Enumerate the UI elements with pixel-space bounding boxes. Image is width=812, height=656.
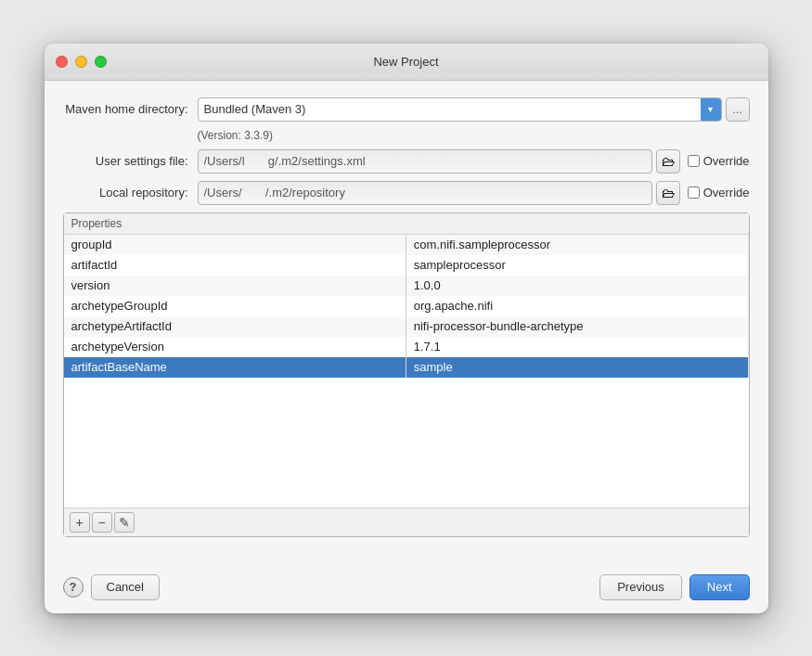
table-row[interactable]: artifactBaseNamesample xyxy=(64,357,749,378)
user-settings-control-group: 🗁 Override xyxy=(198,149,750,174)
properties-section: Properties groupIdcom.nifi.sampleprocess… xyxy=(63,212,750,537)
user-settings-row: User settings file: 🗁 Override xyxy=(63,149,750,174)
property-key: groupId xyxy=(64,235,406,255)
previous-button[interactable]: Previous xyxy=(599,574,682,600)
minimize-button[interactable] xyxy=(75,56,87,68)
bottom-right: Previous Next xyxy=(599,574,749,600)
add-property-button[interactable]: + xyxy=(70,512,90,533)
user-settings-folder-button[interactable]: 🗁 xyxy=(656,149,680,174)
window-title: New Project xyxy=(373,55,438,69)
property-value: 1.7.1 xyxy=(406,337,748,357)
user-settings-override-label[interactable]: Override xyxy=(688,154,750,168)
table-row[interactable]: groupIdcom.nifi.sampleprocessor xyxy=(64,235,749,255)
table-row[interactable]: archetypeGroupIdorg.apache.nifi xyxy=(64,296,749,316)
maven-select[interactable]: Bundled (Maven 3) xyxy=(198,97,722,122)
content-area: Maven home directory: Bundled (Maven 3) … xyxy=(45,81,768,565)
title-bar: New Project xyxy=(45,44,768,81)
table-row[interactable]: archetypeVersion1.7.1 xyxy=(64,337,749,357)
next-button[interactable]: Next xyxy=(690,574,750,600)
properties-empty-area xyxy=(64,378,749,508)
property-key: artifactBaseName xyxy=(64,357,406,378)
table-row[interactable]: archetypeArtifactIdnifi-processor-bundle… xyxy=(64,316,749,337)
maven-dropdown-arrow[interactable] xyxy=(701,98,721,121)
property-value: sample xyxy=(406,357,748,378)
property-value: org.apache.nifi xyxy=(406,296,748,316)
bottom-left: ? Cancel xyxy=(63,574,160,600)
version-text: (Version: 3.3.9) xyxy=(198,129,750,142)
user-settings-override-checkbox[interactable] xyxy=(688,155,700,167)
maven-select-text: Bundled (Maven 3) xyxy=(204,102,701,116)
close-button[interactable] xyxy=(56,56,68,68)
properties-header: Properties xyxy=(64,213,749,235)
maven-control-group: Bundled (Maven 3) ... xyxy=(198,97,750,122)
properties-toolbar: + − ✎ xyxy=(64,508,749,536)
property-key: archetypeVersion xyxy=(64,337,406,357)
property-value: 1.0.0 xyxy=(406,276,748,296)
local-repo-override-label[interactable]: Override xyxy=(688,186,750,199)
table-row[interactable]: version1.0.0 xyxy=(64,276,749,296)
property-value: com.nifi.sampleprocessor xyxy=(406,235,748,255)
property-value: sampleprocessor xyxy=(406,255,748,276)
property-key: archetypeGroupId xyxy=(64,296,406,316)
property-key: version xyxy=(64,276,406,296)
edit-property-button[interactable]: ✎ xyxy=(114,512,135,533)
local-repo-override-checkbox[interactable] xyxy=(688,187,700,199)
local-repo-row: Local repository: 🗁 Override xyxy=(63,181,750,205)
maven-row: Maven home directory: Bundled (Maven 3) … xyxy=(63,97,750,122)
local-repo-label: Local repository: xyxy=(63,186,198,199)
properties-table: groupIdcom.nifi.sampleprocessorartifactI… xyxy=(64,235,749,378)
local-repo-folder-button[interactable]: 🗁 xyxy=(656,181,680,205)
local-repo-input[interactable] xyxy=(198,181,652,205)
remove-property-button[interactable]: − xyxy=(92,512,112,533)
user-settings-label: User settings file: xyxy=(63,154,198,168)
local-repo-control-group: 🗁 Override xyxy=(198,181,750,205)
property-key: archetypeArtifactId xyxy=(64,316,406,337)
user-settings-input[interactable] xyxy=(198,149,652,174)
main-window: New Project Maven home directory: Bundle… xyxy=(45,44,768,613)
table-row[interactable]: artifactIdsampleprocessor xyxy=(64,255,749,276)
cancel-button[interactable]: Cancel xyxy=(91,574,160,600)
help-button[interactable]: ? xyxy=(63,577,84,598)
maximize-button[interactable] xyxy=(95,56,107,68)
maven-label: Maven home directory: xyxy=(63,102,198,116)
maven-browse-button[interactable]: ... xyxy=(726,97,750,122)
bottom-bar: ? Cancel Previous Next xyxy=(45,565,768,613)
property-key: artifactId xyxy=(64,255,406,276)
property-value: nifi-processor-bundle-archetype xyxy=(406,316,748,337)
window-controls xyxy=(56,56,107,68)
